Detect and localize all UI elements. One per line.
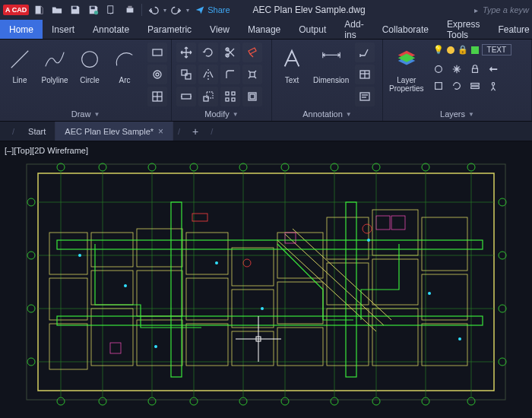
svg-rect-21	[204, 97, 208, 101]
redo-icon[interactable]	[168, 2, 185, 17]
share-button[interactable]: Share	[195, 5, 230, 14]
move-icon[interactable]	[176, 43, 196, 62]
circle-button[interactable]: Circle	[74, 43, 105, 86]
search-trigger-icon[interactable]: ▸	[474, 6, 478, 14]
text-button[interactable]: Text	[277, 43, 307, 86]
dimension-button[interactable]: Dimension	[312, 43, 350, 86]
layer-walk-icon[interactable]	[485, 78, 502, 93]
app-logo[interactable]: A CAD	[3, 5, 29, 15]
drawing-canvas[interactable]: [–][Top][2D Wireframe]	[0, 141, 532, 418]
open-icon[interactable]	[49, 2, 65, 17]
svg-rect-17	[182, 70, 187, 75]
viewport-label[interactable]: [–][Top][2D Wireframe]	[5, 146, 88, 155]
svg-rect-93	[91, 309, 133, 366]
svg-point-10	[154, 71, 161, 78]
rectangle-icon[interactable]	[147, 43, 167, 62]
svg-rect-97	[186, 233, 228, 274]
panel-layers: Layer Properties 💡 🔒 TEXT	[383, 40, 532, 121]
layer-properties-button[interactable]: Layer Properties	[388, 43, 426, 94]
layer-properties-label: Layer Properties	[389, 76, 424, 93]
svg-rect-113	[422, 274, 467, 320]
tab-view[interactable]: View	[201, 20, 239, 39]
panel-annotation: Text Dimension Annotation▼	[272, 40, 383, 121]
layer-match-icon[interactable]	[485, 62, 502, 77]
undo-icon[interactable]	[145, 2, 162, 17]
svg-rect-99	[186, 324, 228, 366]
copy-icon[interactable]	[176, 65, 196, 84]
svg-rect-105	[277, 328, 323, 366]
svg-rect-100	[232, 248, 274, 286]
array-icon[interactable]	[220, 87, 240, 106]
tab-annotate[interactable]: Annotate	[84, 20, 138, 39]
svg-rect-128	[391, 216, 405, 230]
tab-collaborate[interactable]: Collaborate	[373, 20, 438, 39]
svg-rect-20	[182, 94, 191, 99]
plot-icon[interactable]	[122, 2, 138, 17]
line-button[interactable]: Line	[5, 43, 35, 86]
tab-parametric[interactable]: Parametric	[138, 20, 201, 39]
svg-point-56	[57, 397, 65, 405]
document-title: AEC Plan Elev Sample.dwg	[253, 5, 366, 15]
svg-point-61	[281, 397, 289, 405]
stretch-icon[interactable]	[176, 87, 196, 106]
scale-icon[interactable]	[198, 87, 218, 106]
line-icon	[6, 44, 33, 74]
tab-feature[interactable]: Feature	[489, 20, 532, 39]
hatch-icon[interactable]	[147, 65, 167, 84]
save-icon[interactable]	[67, 2, 84, 17]
ellipse-icon[interactable]	[147, 87, 167, 106]
tab-output[interactable]: Output	[290, 20, 335, 39]
search-input[interactable]: Type a keyw	[483, 5, 529, 14]
filetab-document[interactable]: AEC Plan Elev Sample* ×	[55, 122, 173, 141]
bulb-icon: 💡	[433, 45, 444, 55]
panel-draw-label: Draw	[71, 109, 91, 119]
share-label: Share	[207, 5, 230, 14]
tab-insert[interactable]: Insert	[43, 20, 84, 39]
new-icon[interactable]	[30, 2, 47, 17]
svg-rect-1	[73, 7, 77, 10]
mtext-icon[interactable]	[355, 87, 375, 106]
table-icon[interactable]	[355, 65, 375, 84]
svg-rect-25	[226, 98, 229, 101]
layer-off-icon[interactable]	[430, 62, 447, 77]
svg-rect-44	[27, 164, 505, 400]
cloud-open-icon[interactable]	[103, 2, 120, 17]
svg-rect-112	[422, 217, 467, 271]
layer-iso-icon[interactable]	[430, 78, 447, 93]
explode-icon[interactable]	[242, 65, 262, 84]
layer-prev-icon[interactable]	[448, 78, 465, 93]
offset-icon[interactable]	[242, 87, 262, 106]
fillet-icon[interactable]	[220, 65, 240, 84]
trim-icon[interactable]	[220, 43, 240, 62]
layer-freeze-icon[interactable]	[448, 62, 465, 77]
tab-addins[interactable]: Add-ins	[335, 20, 372, 39]
svg-point-132	[243, 259, 251, 267]
panel-annotation-label: Annotation	[302, 109, 343, 119]
svg-rect-95	[137, 271, 182, 316]
polyline-button[interactable]: Polyline	[40, 43, 70, 86]
layer-state-icon[interactable]	[467, 78, 483, 93]
saveas-icon[interactable]	[85, 2, 102, 17]
erase-icon[interactable]	[242, 43, 262, 62]
leader-icon[interactable]	[355, 43, 375, 62]
arc-button[interactable]: Arc	[109, 43, 140, 86]
svg-rect-106	[327, 217, 369, 259]
layer-lock-icon[interactable]	[467, 62, 483, 77]
tab-home[interactable]: Home	[0, 20, 43, 39]
layer-state-row[interactable]: 💡 🔒 TEXT	[430, 43, 515, 57]
tab-express-tools[interactable]: Express Tools	[438, 20, 489, 39]
rotate-icon[interactable]	[198, 43, 218, 62]
svg-point-68	[27, 305, 35, 312]
new-tab-button[interactable]: +	[185, 122, 206, 141]
svg-point-3	[94, 11, 98, 14]
svg-rect-9	[153, 49, 162, 55]
svg-point-57	[99, 397, 106, 405]
mirror-icon[interactable]	[198, 65, 218, 84]
current-layer-field[interactable]: TEXT	[482, 44, 512, 55]
svg-rect-98	[186, 278, 228, 320]
svg-rect-0	[36, 6, 41, 14]
filetab-start[interactable]: Start	[19, 122, 55, 141]
close-tab-icon[interactable]: ×	[158, 126, 163, 137]
tab-manage[interactable]: Manage	[239, 20, 290, 39]
svg-rect-23	[226, 92, 229, 95]
